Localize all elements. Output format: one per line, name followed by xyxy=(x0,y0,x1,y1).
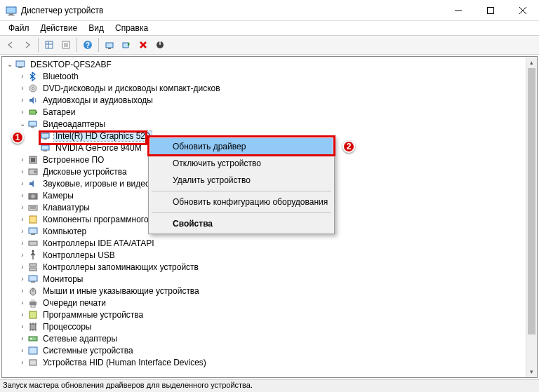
tree-item-processors[interactable]: ›Процессоры xyxy=(2,320,526,332)
close-button[interactable] xyxy=(507,0,539,21)
expander-icon[interactable]: ⌄ xyxy=(5,60,15,68)
expander-icon[interactable]: › xyxy=(18,84,27,92)
scan-hardware-button[interactable] xyxy=(102,37,117,53)
keyboard-icon xyxy=(27,202,39,213)
tree-item-label: Компьютер xyxy=(41,227,88,236)
context-menu: Обновить драйвер Отключить устройство Уд… xyxy=(148,136,335,234)
expander-icon[interactable]: ⌄ xyxy=(18,120,27,128)
expander-icon[interactable]: › xyxy=(18,311,27,318)
tree-item-label: Bluetooth xyxy=(41,72,80,81)
audio-icon xyxy=(27,95,39,106)
menu-help[interactable]: Справка xyxy=(109,22,154,34)
tree-item-label: Мониторы xyxy=(41,274,84,284)
annotation-badge-2: 2 xyxy=(342,140,355,153)
tree-item-storage-controllers[interactable]: ›Контроллеры запоминающих устройств xyxy=(2,261,526,273)
forward-button[interactable] xyxy=(20,37,35,53)
expander-icon[interactable]: › xyxy=(18,203,27,211)
svg-rect-4 xyxy=(488,7,494,13)
svg-rect-55 xyxy=(31,299,35,302)
tree-item-hid[interactable]: ›Устройства HID (Human Interface Devices… xyxy=(2,356,526,368)
svg-text:?: ? xyxy=(86,41,90,49)
tree-item-label: NVIDIA GeForce 940M xyxy=(54,143,143,153)
bluetooth-icon xyxy=(27,71,39,82)
enable-button[interactable] xyxy=(152,37,168,53)
tree-item-dvd[interactable]: ›DVD-дисководы и дисководы компакт-диско… xyxy=(2,82,526,94)
tree-item-display-adapters[interactable]: ⌄Видеоадаптеры xyxy=(2,118,526,130)
uninstall-button[interactable] xyxy=(135,37,151,53)
tree-item-software-devices[interactable]: ›Программные устройства xyxy=(2,309,526,320)
expander-icon[interactable]: › xyxy=(18,227,27,235)
tree-item-batteries[interactable]: ›Батареи xyxy=(2,106,526,118)
expander-icon[interactable]: › xyxy=(18,168,27,175)
menu-item-scan-hardware[interactable]: Обновить конфигурацию оборудования xyxy=(150,194,333,210)
svg-rect-66 xyxy=(30,338,32,339)
svg-rect-50 xyxy=(29,276,37,281)
svg-rect-22 xyxy=(16,61,25,67)
tree-root[interactable]: ⌄ DESKTOP-QFS2ABF xyxy=(2,58,526,70)
tree-item-print-queues[interactable]: ›Очереди печати xyxy=(2,297,526,309)
tree-item-label: Intel(R) HD Graphics 520 xyxy=(54,131,152,141)
tree-item-label: Контроллеры IDE ATA/ATAPI xyxy=(41,238,156,248)
expander-icon[interactable]: › xyxy=(18,215,27,223)
menu-item-update-driver[interactable]: Обновить драйвер xyxy=(150,138,333,155)
svg-rect-49 xyxy=(29,268,36,271)
tree-item-audio-io[interactable]: ›Аудиовходы и аудиовыходы xyxy=(2,94,526,106)
expander-icon[interactable]: › xyxy=(18,299,27,306)
tree-item-ide[interactable]: ›Контроллеры IDE ATA/ATAPI xyxy=(2,237,526,249)
expander-icon[interactable]: › xyxy=(18,180,27,187)
svg-point-39 xyxy=(32,194,35,198)
expander-icon[interactable]: › xyxy=(18,358,27,366)
update-driver-button[interactable] xyxy=(119,37,134,53)
menu-item-properties[interactable]: Свойства xyxy=(150,215,333,232)
printer-icon xyxy=(27,297,39,309)
tree-item-label: Программные устройства xyxy=(41,310,145,320)
scroll-down-button[interactable]: ▾ xyxy=(526,366,537,377)
expander-icon[interactable]: › xyxy=(18,334,27,342)
properties-button[interactable] xyxy=(58,37,74,53)
expander-icon[interactable]: › xyxy=(18,191,27,199)
menu-view[interactable]: Вид xyxy=(83,22,109,34)
expander-icon[interactable]: › xyxy=(18,96,27,104)
expander-icon[interactable]: › xyxy=(18,156,27,163)
expander-icon[interactable]: › xyxy=(18,239,27,247)
cpu-icon xyxy=(27,321,39,332)
tree-item-system[interactable]: ›Системные устройства xyxy=(2,344,526,356)
svg-point-47 xyxy=(32,250,34,252)
display-adapter-icon xyxy=(40,142,51,154)
scrollbar-vertical[interactable]: ▴ ▾ xyxy=(526,57,537,377)
expander-icon[interactable]: › xyxy=(18,346,27,354)
ide-icon xyxy=(27,238,39,249)
tree-item-label: Контроллеры запоминающих устройств xyxy=(41,262,200,272)
expander-icon[interactable]: › xyxy=(18,323,27,330)
tree-item-bluetooth[interactable]: ›Bluetooth xyxy=(2,70,526,82)
scroll-up-button[interactable]: ▴ xyxy=(526,57,537,68)
menu-file[interactable]: Файл xyxy=(3,22,35,34)
expander-icon[interactable]: › xyxy=(18,251,27,259)
menu-item-disable-device[interactable]: Отключить устройство xyxy=(150,155,333,172)
expander-icon[interactable]: › xyxy=(18,108,27,116)
minimize-button[interactable] xyxy=(442,0,474,21)
expander-icon[interactable]: › xyxy=(18,287,27,295)
tree-item-monitors[interactable]: ›Мониторы xyxy=(2,273,526,285)
svg-rect-48 xyxy=(29,264,36,266)
display-adapter-icon xyxy=(40,130,51,142)
expander-icon[interactable]: › xyxy=(18,263,27,271)
scroll-thumb[interactable] xyxy=(528,68,535,334)
tree-item-label: Дисковые устройства xyxy=(41,167,128,177)
tree-item-network[interactable]: ›Сетевые адаптеры xyxy=(2,332,526,344)
tree-item-usb[interactable]: ›Контроллеры USB xyxy=(2,249,526,261)
toolbar-separator xyxy=(76,38,77,52)
help-button[interactable]: ? xyxy=(80,37,95,53)
view-button[interactable] xyxy=(41,37,57,53)
tree-item-mice[interactable]: ›Мыши и иные указывающие устройства xyxy=(2,285,526,297)
expander-icon[interactable]: › xyxy=(18,72,27,80)
maximize-button[interactable] xyxy=(474,0,507,21)
expander-icon[interactable]: › xyxy=(18,275,27,283)
back-button[interactable] xyxy=(3,37,18,53)
svg-rect-65 xyxy=(29,337,37,341)
annotation-badge-1: 1 xyxy=(11,131,24,144)
menu-item-uninstall-device[interactable]: Удалить устройство xyxy=(150,172,333,189)
badge-text: 1 xyxy=(15,133,20,142)
menu-action[interactable]: Действие xyxy=(35,22,84,34)
component-icon xyxy=(27,214,39,225)
